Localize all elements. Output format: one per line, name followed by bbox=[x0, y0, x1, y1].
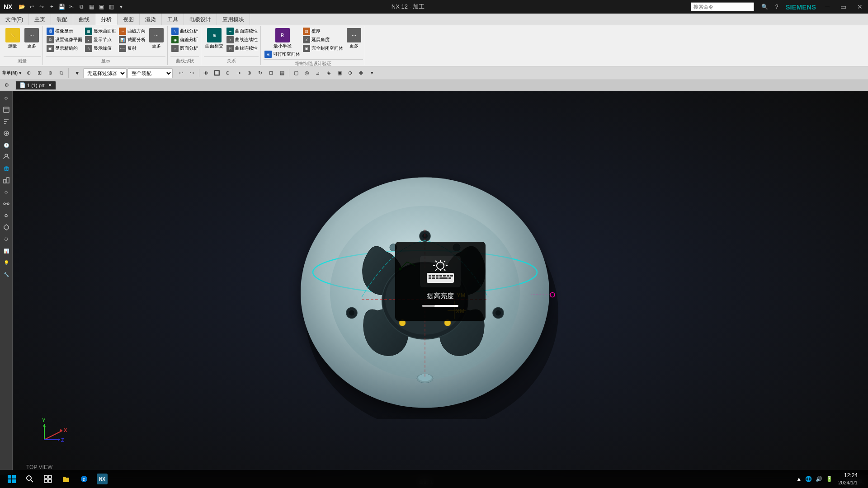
btn-measure[interactable]: 📏 测量 bbox=[4, 27, 22, 50]
tool-more2[interactable]: ◎ bbox=[302, 68, 312, 78]
btn-more-display[interactable]: ⋯ 更多 bbox=[147, 27, 165, 50]
qa-redo[interactable]: ↪ bbox=[38, 3, 46, 11]
btn-show-image[interactable]: 🖼 模像显示 bbox=[46, 27, 83, 35]
file-explorer-button[interactable] bbox=[58, 471, 74, 487]
tool-more1[interactable]: ▢ bbox=[291, 68, 301, 78]
tool-more7[interactable]: ⊗ bbox=[356, 68, 366, 78]
tool-view4[interactable]: ⊸ bbox=[234, 68, 244, 78]
tool-snap[interactable]: ⊕ bbox=[24, 68, 34, 78]
tool-undo-sm[interactable]: ↩ bbox=[176, 68, 186, 78]
btn-show-ridge[interactable]: ∿ 显示峰值 bbox=[84, 44, 117, 52]
sidebar-icon-hd3d[interactable] bbox=[1, 222, 12, 233]
btn-solid-check[interactable]: ▣ 完全封闭空间体 bbox=[302, 44, 344, 52]
tool-more3[interactable]: ⊿ bbox=[313, 68, 323, 78]
tool-more8[interactable]: ▾ bbox=[367, 68, 377, 78]
qa-more3[interactable]: ▥ bbox=[107, 3, 115, 11]
sidebar-icon-motion[interactable]: ⟳ bbox=[1, 187, 12, 197]
tool-grid[interactable]: ⊞ bbox=[35, 68, 45, 78]
sidebar-icon-part-nav[interactable] bbox=[1, 116, 12, 127]
tab-close-icon[interactable]: ✕ bbox=[48, 82, 52, 88]
qa-dropdown[interactable]: ▾ bbox=[117, 3, 125, 11]
sidebar-icon-history[interactable]: 🕐 bbox=[1, 140, 12, 150]
tab-tools[interactable]: 工具 bbox=[162, 14, 184, 25]
tab-analysis[interactable]: 分析 bbox=[95, 14, 118, 25]
btn-show-accurate[interactable]: ▣ 显示精确的 bbox=[46, 44, 83, 52]
qa-copy[interactable]: ⧉ bbox=[77, 3, 85, 11]
tool-more4[interactable]: ◈ bbox=[324, 68, 334, 78]
tab-electrode[interactable]: 电极设计 bbox=[184, 14, 217, 25]
close-btn[interactable]: ✕ bbox=[855, 3, 864, 10]
btn-curve-show[interactable]: ∿ 曲线分析 bbox=[170, 27, 199, 35]
systray-sound[interactable]: 🔊 bbox=[816, 476, 822, 482]
btn-surface-continuity[interactable]: ∼ 曲面连续性 bbox=[226, 27, 259, 35]
taskbar-clock[interactable]: 12:24 2024/1/1 bbox=[838, 472, 858, 486]
btn-circle-analysis[interactable]: ○ 圆面分析 bbox=[170, 44, 199, 52]
tool-rotate[interactable]: ↻ bbox=[255, 68, 265, 78]
qa-more1[interactable]: ▦ bbox=[87, 3, 95, 11]
btn-reflect[interactable]: ⟺ 反射 bbox=[118, 44, 146, 52]
search-input[interactable] bbox=[691, 2, 754, 11]
viewport[interactable]: YM XM bbox=[13, 91, 868, 475]
sidebar-icon-resource[interactable] bbox=[1, 104, 12, 115]
qa-save[interactable]: 💾 bbox=[57, 3, 66, 11]
sidebar-icon-web[interactable]: 🌐 bbox=[1, 163, 12, 174]
sidebar-icon-settings[interactable]: ⚙ bbox=[1, 93, 12, 103]
btn-curve-direction[interactable]: → 曲线方向 bbox=[118, 27, 146, 35]
btn-setup-mirror[interactable]: ⧉ 设置镜像平面 bbox=[46, 36, 83, 44]
sidebar-icon-connections[interactable] bbox=[1, 198, 12, 209]
btn-curve-offset[interactable]: ⌸ 曲线连续性 bbox=[226, 44, 259, 52]
qa-open[interactable]: 📂 bbox=[18, 3, 26, 11]
tool-more6[interactable]: ⊕ bbox=[345, 68, 355, 78]
search-button[interactable] bbox=[22, 471, 38, 487]
sidebar-icon-machining[interactable]: 🔧 bbox=[1, 269, 12, 280]
qa-cut[interactable]: ✂ bbox=[67, 3, 75, 11]
btn-surface-cross[interactable]: ⊕ 曲面相交 bbox=[204, 27, 225, 50]
assembly-select[interactable]: 整个装配 bbox=[127, 68, 173, 78]
sidebar-icon-visual[interactable]: 📊 bbox=[1, 245, 12, 256]
btn-expand-angle[interactable]: ∠ 延展角度 bbox=[302, 36, 344, 44]
task-view-button[interactable] bbox=[40, 471, 56, 487]
btn-more-addmfg[interactable]: ⋯ 更多 bbox=[345, 27, 363, 50]
btn-wall-thick[interactable]: ▧ 壁厚 bbox=[302, 27, 344, 35]
btn-more-measure[interactable]: ⋯ 更多 bbox=[23, 27, 41, 50]
tool-snap2[interactable]: ⊕ bbox=[245, 68, 255, 78]
tool-wcs[interactable]: ⊗ bbox=[46, 68, 56, 78]
sidebar-icon-knowledge[interactable]: 💡 bbox=[1, 257, 12, 268]
sidebar-icon-reuse[interactable]: ♻ bbox=[1, 210, 12, 221]
tool-dim[interactable]: ⊞ bbox=[266, 68, 276, 78]
sidebar-icon-roles[interactable] bbox=[1, 151, 12, 162]
btn-show-nodes[interactable]: • 显示节点 bbox=[84, 36, 117, 44]
minimize-btn[interactable]: ─ bbox=[823, 3, 831, 10]
systray-battery[interactable]: 🔋 bbox=[826, 476, 833, 482]
tool-view3[interactable]: ⊙ bbox=[223, 68, 233, 78]
btn-surface-analysis[interactable]: ◉ 偏差分析 bbox=[170, 36, 199, 44]
sidebar-icon-sequence[interactable]: ⏱ bbox=[1, 234, 12, 244]
edge-browser-button[interactable]: e bbox=[76, 471, 92, 487]
filter-select[interactable]: 无选择过滤器 bbox=[83, 68, 127, 78]
sidebar-icon-mfg[interactable] bbox=[1, 175, 12, 186]
start-button[interactable] bbox=[4, 471, 20, 487]
help-icon[interactable]: ? bbox=[775, 4, 778, 10]
restore-btn[interactable]: ▭ bbox=[839, 3, 848, 10]
qa-new[interactable]: + bbox=[47, 3, 56, 11]
tool-ref[interactable]: ▦ bbox=[277, 68, 287, 78]
tab-part-file[interactable]: 📄 1 (1).prt ✕ bbox=[15, 81, 56, 90]
nx-taskbar-button[interactable]: NX bbox=[94, 471, 110, 487]
systray-arrow[interactable]: ▲ bbox=[796, 476, 802, 482]
qa-more2[interactable]: ▣ bbox=[97, 3, 105, 11]
tab-assembly[interactable]: 装配 bbox=[51, 14, 73, 25]
tab-view[interactable]: 视图 bbox=[118, 14, 140, 25]
btn-curve-analysis[interactable]: 📊 截面分析 bbox=[118, 36, 146, 44]
systray-network[interactable]: 🌐 bbox=[805, 476, 812, 482]
search-icon[interactable]: 🔍 bbox=[761, 4, 768, 10]
tab-home[interactable]: 主页 bbox=[29, 14, 51, 25]
btn-min-radius[interactable]: R 最小半径 bbox=[264, 27, 301, 50]
tool-redo-sm[interactable]: ↪ bbox=[187, 68, 197, 78]
tool-more5[interactable]: ▣ bbox=[335, 68, 344, 78]
tab-curve[interactable]: 曲线 bbox=[73, 14, 95, 25]
sidebar-icon-assembly[interactable] bbox=[1, 128, 12, 139]
tool-view2[interactable]: 🔲 bbox=[212, 68, 222, 78]
tab-appmod[interactable]: 应用模块 bbox=[217, 14, 250, 25]
tab-settings-icon[interactable]: ⚙ bbox=[2, 80, 12, 90]
btn-show-surface[interactable]: ▦ 显示曲面框 bbox=[84, 27, 117, 35]
